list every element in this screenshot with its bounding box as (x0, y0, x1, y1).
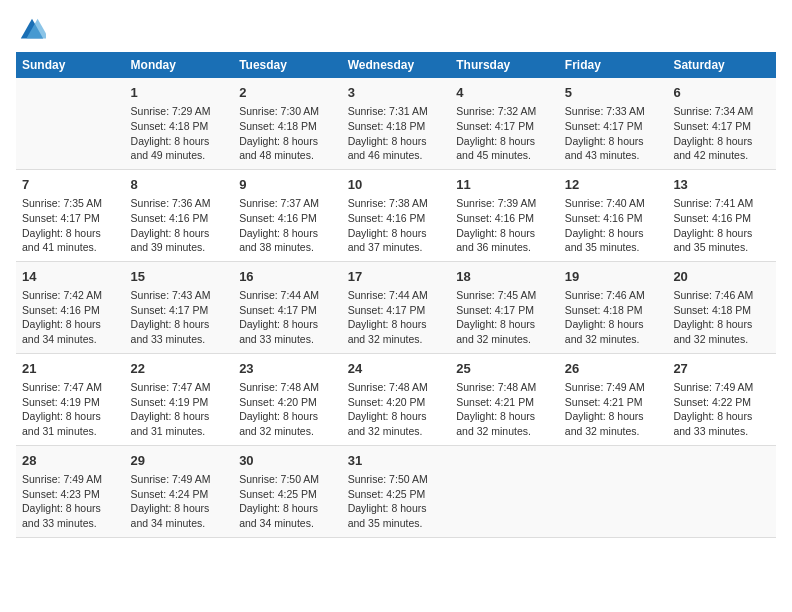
day-number: 24 (348, 360, 445, 378)
day-number: 12 (565, 176, 662, 194)
calendar-cell (450, 445, 559, 537)
cell-info: Sunrise: 7:48 AM Sunset: 4:21 PM Dayligh… (456, 380, 553, 439)
calendar-cell: 17Sunrise: 7:44 AM Sunset: 4:17 PM Dayli… (342, 261, 451, 353)
day-number: 6 (673, 84, 770, 102)
calendar-cell: 27Sunrise: 7:49 AM Sunset: 4:22 PM Dayli… (667, 353, 776, 445)
calendar-cell: 13Sunrise: 7:41 AM Sunset: 4:16 PM Dayli… (667, 169, 776, 261)
calendar-cell: 29Sunrise: 7:49 AM Sunset: 4:24 PM Dayli… (125, 445, 234, 537)
weekday-header-monday: Monday (125, 52, 234, 78)
cell-info: Sunrise: 7:48 AM Sunset: 4:20 PM Dayligh… (239, 380, 336, 439)
calendar-cell: 1Sunrise: 7:29 AM Sunset: 4:18 PM Daylig… (125, 78, 234, 169)
calendar-cell: 15Sunrise: 7:43 AM Sunset: 4:17 PM Dayli… (125, 261, 234, 353)
calendar-header: SundayMondayTuesdayWednesdayThursdayFrid… (16, 52, 776, 78)
cell-info: Sunrise: 7:49 AM Sunset: 4:24 PM Dayligh… (131, 472, 228, 531)
cell-info: Sunrise: 7:46 AM Sunset: 4:18 PM Dayligh… (565, 288, 662, 347)
day-number: 29 (131, 452, 228, 470)
cell-info: Sunrise: 7:29 AM Sunset: 4:18 PM Dayligh… (131, 104, 228, 163)
day-number: 3 (348, 84, 445, 102)
cell-info: Sunrise: 7:34 AM Sunset: 4:17 PM Dayligh… (673, 104, 770, 163)
calendar-cell: 26Sunrise: 7:49 AM Sunset: 4:21 PM Dayli… (559, 353, 668, 445)
cell-info: Sunrise: 7:36 AM Sunset: 4:16 PM Dayligh… (131, 196, 228, 255)
day-number: 7 (22, 176, 119, 194)
weekday-header-thursday: Thursday (450, 52, 559, 78)
cell-info: Sunrise: 7:35 AM Sunset: 4:17 PM Dayligh… (22, 196, 119, 255)
calendar-cell: 14Sunrise: 7:42 AM Sunset: 4:16 PM Dayli… (16, 261, 125, 353)
cell-info: Sunrise: 7:49 AM Sunset: 4:23 PM Dayligh… (22, 472, 119, 531)
calendar-cell (16, 78, 125, 169)
cell-info: Sunrise: 7:49 AM Sunset: 4:21 PM Dayligh… (565, 380, 662, 439)
calendar-week-3: 14Sunrise: 7:42 AM Sunset: 4:16 PM Dayli… (16, 261, 776, 353)
calendar-week-1: 1Sunrise: 7:29 AM Sunset: 4:18 PM Daylig… (16, 78, 776, 169)
cell-info: Sunrise: 7:45 AM Sunset: 4:17 PM Dayligh… (456, 288, 553, 347)
calendar-cell: 18Sunrise: 7:45 AM Sunset: 4:17 PM Dayli… (450, 261, 559, 353)
day-number: 27 (673, 360, 770, 378)
weekday-header-friday: Friday (559, 52, 668, 78)
calendar-cell: 7Sunrise: 7:35 AM Sunset: 4:17 PM Daylig… (16, 169, 125, 261)
calendar-cell: 4Sunrise: 7:32 AM Sunset: 4:17 PM Daylig… (450, 78, 559, 169)
calendar-cell: 6Sunrise: 7:34 AM Sunset: 4:17 PM Daylig… (667, 78, 776, 169)
day-number: 10 (348, 176, 445, 194)
day-number: 31 (348, 452, 445, 470)
cell-info: Sunrise: 7:31 AM Sunset: 4:18 PM Dayligh… (348, 104, 445, 163)
cell-info: Sunrise: 7:49 AM Sunset: 4:22 PM Dayligh… (673, 380, 770, 439)
calendar-cell: 30Sunrise: 7:50 AM Sunset: 4:25 PM Dayli… (233, 445, 342, 537)
day-number: 5 (565, 84, 662, 102)
calendar-cell: 21Sunrise: 7:47 AM Sunset: 4:19 PM Dayli… (16, 353, 125, 445)
logo (16, 16, 46, 44)
logo-icon (18, 16, 46, 44)
calendar-week-4: 21Sunrise: 7:47 AM Sunset: 4:19 PM Dayli… (16, 353, 776, 445)
calendar-cell: 23Sunrise: 7:48 AM Sunset: 4:20 PM Dayli… (233, 353, 342, 445)
day-number: 2 (239, 84, 336, 102)
calendar-cell: 22Sunrise: 7:47 AM Sunset: 4:19 PM Dayli… (125, 353, 234, 445)
day-number: 14 (22, 268, 119, 286)
calendar-cell: 12Sunrise: 7:40 AM Sunset: 4:16 PM Dayli… (559, 169, 668, 261)
day-number: 13 (673, 176, 770, 194)
day-number: 9 (239, 176, 336, 194)
calendar-table: SundayMondayTuesdayWednesdayThursdayFrid… (16, 52, 776, 538)
calendar-cell: 5Sunrise: 7:33 AM Sunset: 4:17 PM Daylig… (559, 78, 668, 169)
calendar-cell (559, 445, 668, 537)
header (16, 16, 776, 44)
day-number: 4 (456, 84, 553, 102)
weekday-header-saturday: Saturday (667, 52, 776, 78)
day-number: 25 (456, 360, 553, 378)
day-number: 23 (239, 360, 336, 378)
calendar-cell (667, 445, 776, 537)
cell-info: Sunrise: 7:50 AM Sunset: 4:25 PM Dayligh… (239, 472, 336, 531)
calendar-cell: 9Sunrise: 7:37 AM Sunset: 4:16 PM Daylig… (233, 169, 342, 261)
cell-info: Sunrise: 7:30 AM Sunset: 4:18 PM Dayligh… (239, 104, 336, 163)
cell-info: Sunrise: 7:41 AM Sunset: 4:16 PM Dayligh… (673, 196, 770, 255)
cell-info: Sunrise: 7:42 AM Sunset: 4:16 PM Dayligh… (22, 288, 119, 347)
day-number: 15 (131, 268, 228, 286)
calendar-cell: 2Sunrise: 7:30 AM Sunset: 4:18 PM Daylig… (233, 78, 342, 169)
day-number: 20 (673, 268, 770, 286)
day-number: 18 (456, 268, 553, 286)
calendar-cell: 31Sunrise: 7:50 AM Sunset: 4:25 PM Dayli… (342, 445, 451, 537)
day-number: 21 (22, 360, 119, 378)
calendar-cell: 8Sunrise: 7:36 AM Sunset: 4:16 PM Daylig… (125, 169, 234, 261)
weekday-header-wednesday: Wednesday (342, 52, 451, 78)
cell-info: Sunrise: 7:48 AM Sunset: 4:20 PM Dayligh… (348, 380, 445, 439)
cell-info: Sunrise: 7:50 AM Sunset: 4:25 PM Dayligh… (348, 472, 445, 531)
day-number: 26 (565, 360, 662, 378)
day-number: 28 (22, 452, 119, 470)
cell-info: Sunrise: 7:46 AM Sunset: 4:18 PM Dayligh… (673, 288, 770, 347)
cell-info: Sunrise: 7:43 AM Sunset: 4:17 PM Dayligh… (131, 288, 228, 347)
calendar-cell: 10Sunrise: 7:38 AM Sunset: 4:16 PM Dayli… (342, 169, 451, 261)
calendar-cell: 28Sunrise: 7:49 AM Sunset: 4:23 PM Dayli… (16, 445, 125, 537)
cell-info: Sunrise: 7:44 AM Sunset: 4:17 PM Dayligh… (348, 288, 445, 347)
weekday-header-tuesday: Tuesday (233, 52, 342, 78)
calendar-cell: 24Sunrise: 7:48 AM Sunset: 4:20 PM Dayli… (342, 353, 451, 445)
calendar-cell: 11Sunrise: 7:39 AM Sunset: 4:16 PM Dayli… (450, 169, 559, 261)
day-number: 16 (239, 268, 336, 286)
cell-info: Sunrise: 7:47 AM Sunset: 4:19 PM Dayligh… (131, 380, 228, 439)
cell-info: Sunrise: 7:40 AM Sunset: 4:16 PM Dayligh… (565, 196, 662, 255)
calendar-cell: 16Sunrise: 7:44 AM Sunset: 4:17 PM Dayli… (233, 261, 342, 353)
cell-info: Sunrise: 7:33 AM Sunset: 4:17 PM Dayligh… (565, 104, 662, 163)
day-number: 8 (131, 176, 228, 194)
calendar-week-2: 7Sunrise: 7:35 AM Sunset: 4:17 PM Daylig… (16, 169, 776, 261)
day-number: 1 (131, 84, 228, 102)
cell-info: Sunrise: 7:47 AM Sunset: 4:19 PM Dayligh… (22, 380, 119, 439)
calendar-cell: 19Sunrise: 7:46 AM Sunset: 4:18 PM Dayli… (559, 261, 668, 353)
calendar-week-5: 28Sunrise: 7:49 AM Sunset: 4:23 PM Dayli… (16, 445, 776, 537)
